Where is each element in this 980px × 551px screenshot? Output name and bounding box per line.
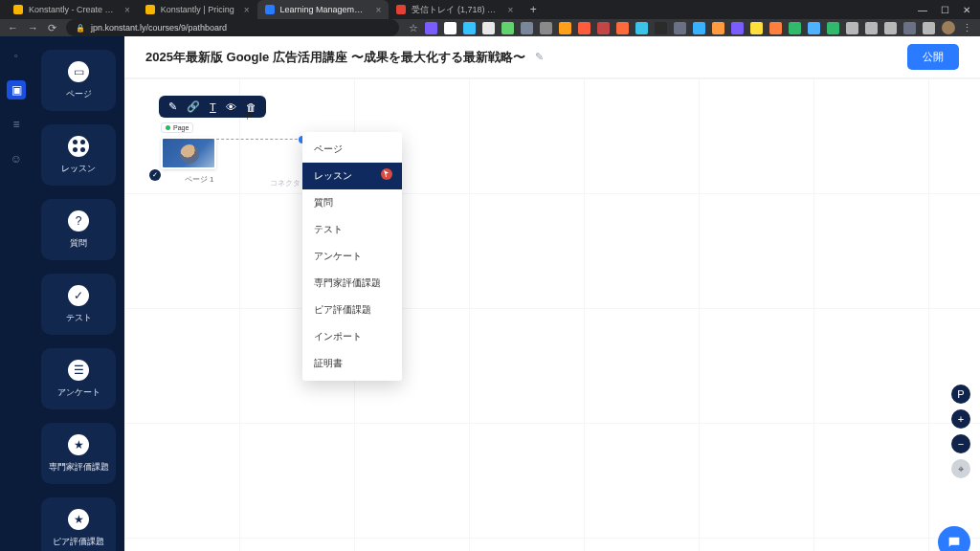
browser-tab[interactable]: Learning Management Syste × [257, 0, 390, 19]
menu-item-page[interactable]: ページ [302, 136, 402, 163]
extension-icon[interactable] [463, 22, 476, 34]
extension-icon[interactable] [597, 22, 610, 34]
zoom-out-button[interactable]: − [951, 434, 970, 453]
new-tab-button[interactable]: + [524, 1, 542, 18]
extension-icon[interactable] [693, 22, 705, 34]
palette-page[interactable]: ▭ ページ [41, 50, 116, 111]
node-type-label: Page [173, 124, 189, 131]
extension-icon[interactable] [444, 22, 457, 34]
extension-icon[interactable] [846, 22, 858, 34]
close-icon[interactable]: × [376, 5, 382, 15]
zoom-in-button[interactable]: + [951, 409, 970, 429]
tab-title: Konstantly - Create workplace [29, 5, 115, 14]
window-close-icon[interactable]: ✕ [963, 5, 970, 15]
app-body: ◦ ▣ ≡ ☺ ▭ ページ レッスン ? 質問 ✓ テスト [0, 36, 980, 551]
profile-avatar-icon[interactable] [942, 21, 955, 34]
edit-title-icon[interactable]: ✎ [535, 51, 544, 63]
menu-item-question[interactable]: 質問 [302, 189, 402, 216]
node-type-tag: Page [161, 122, 193, 133]
nav-reload-icon[interactable]: ⟳ [48, 22, 56, 34]
extension-icon[interactable] [827, 22, 839, 34]
close-icon[interactable]: × [124, 5, 130, 15]
node-thumbnail [161, 137, 216, 169]
extension-icon[interactable] [731, 22, 744, 34]
browser-tabstrip: Konstantly - Create workplace × Konstant… [0, 0, 980, 19]
connector-line[interactable] [216, 139, 302, 141]
palette-test[interactable]: ✓ テスト [41, 274, 116, 335]
extension-icon[interactable] [616, 22, 629, 34]
window-maximize-icon[interactable]: ☐ [941, 5, 949, 15]
browser-tab[interactable]: 受信トレイ (1,718) - tensen1256 × [389, 0, 521, 19]
extension-icon[interactable] [808, 22, 820, 34]
extension-icon[interactable] [789, 22, 801, 34]
extension-icon[interactable] [655, 22, 667, 34]
rail-share-icon[interactable]: ≡ [7, 115, 26, 134]
extension-icon[interactable] [712, 22, 724, 34]
tool-preview-icon[interactable]: 👁 [226, 101, 236, 113]
extension-icon[interactable] [635, 22, 648, 34]
extension-icon[interactable] [769, 22, 782, 34]
nav-rail: ◦ ▣ ≡ ☺ [0, 36, 33, 551]
menu-item-peer[interactable]: ピア評価課題 [302, 297, 402, 323]
menu-item-survey[interactable]: アンケート [302, 243, 402, 270]
favicon-icon [13, 5, 23, 14]
palette-label: 専門家評価課題 [49, 461, 109, 474]
extension-icon[interactable] [865, 22, 878, 34]
publish-button[interactable]: 公開 [907, 44, 959, 70]
course-header: 2025年最新版 Google 広告活用講座 〜成果を最大化する最新戦略〜 ✎ … [124, 36, 980, 78]
tool-edit-icon[interactable]: ✎ [168, 100, 177, 113]
profile-badge[interactable]: P [951, 385, 970, 404]
check-icon: ✓ [68, 285, 89, 306]
window-minimize-icon[interactable]: — [918, 5, 927, 15]
palette-survey[interactable]: ☰ アンケート [41, 348, 116, 409]
rail-home-icon[interactable]: ◦ [7, 46, 26, 65]
nav-forward-icon[interactable]: → [28, 22, 38, 33]
menu-item-import[interactable]: インポート [302, 323, 402, 350]
close-icon[interactable]: × [244, 5, 250, 15]
survey-icon: ☰ [68, 360, 89, 381]
tool-text-icon[interactable]: T [210, 101, 216, 113]
browser-tab[interactable]: Konstantly | Pricing × [138, 0, 257, 19]
extension-icon[interactable] [482, 22, 495, 34]
nav-back-icon[interactable]: ← [8, 22, 18, 33]
palette-question[interactable]: ? 質問 [41, 199, 116, 260]
tool-link-icon[interactable]: 🔗 [187, 100, 200, 113]
star-icon: ★ [68, 434, 89, 455]
url-text: jpn.konstant.ly/courses/9/pathboard [91, 23, 227, 33]
extension-icon[interactable] [903, 22, 916, 34]
menu-item-lesson[interactable]: レッスン [302, 163, 402, 189]
extension-icon[interactable] [425, 22, 437, 34]
address-bar[interactable]: 🔒 jpn.konstant.ly/courses/9/pathboard [66, 19, 399, 36]
palette-peer-review[interactable]: ★ ピア評価課題 [41, 497, 116, 551]
extension-icon[interactable] [540, 22, 552, 34]
extension-icon[interactable] [559, 22, 571, 34]
node-page[interactable]: Page ✓ ページ 1 [161, 117, 237, 185]
palette-expert-review[interactable]: ★ 専門家評価課題 [41, 423, 116, 484]
close-icon[interactable]: × [507, 5, 513, 15]
chat-fab[interactable] [938, 526, 970, 551]
star-icon[interactable]: ☆ [409, 22, 418, 34]
tab-title: Konstantly | Pricing [161, 5, 234, 14]
browser-tab[interactable]: Konstantly - Create workplace × [6, 0, 138, 19]
extension-icon[interactable] [674, 22, 686, 34]
extension-icon[interactable] [750, 22, 763, 34]
menu-item-test[interactable]: テスト [302, 216, 402, 243]
extension-icon[interactable] [884, 22, 897, 34]
menu-icon[interactable]: ⋮ [962, 22, 972, 34]
node-label: ページ 1 [161, 174, 237, 185]
extension-icon[interactable] [501, 22, 514, 34]
menu-item-expert[interactable]: 専門家評価課題 [302, 270, 402, 297]
palette-label: レッスン [61, 163, 96, 175]
status-dot-icon [166, 125, 170, 130]
pathboard-canvas[interactable]: ✎ 🔗 T 👁 🗑 ⚑ Page ✓ ページ 1 [124, 78, 980, 551]
rail-builder-icon[interactable]: ▣ [7, 80, 26, 99]
rail-user-icon[interactable]: ☺ [7, 149, 26, 168]
extension-icon[interactable] [521, 22, 533, 34]
flag-icon[interactable]: ⚑ [245, 111, 254, 121]
recenter-button[interactable]: ⌖ [951, 459, 970, 478]
menu-item-certificate[interactable]: 証明書 [302, 350, 402, 377]
extension-icon[interactable] [578, 22, 590, 34]
extension-icon[interactable] [923, 22, 935, 34]
palette-lesson[interactable]: レッスン [41, 124, 116, 186]
star-icon: ★ [68, 509, 89, 530]
